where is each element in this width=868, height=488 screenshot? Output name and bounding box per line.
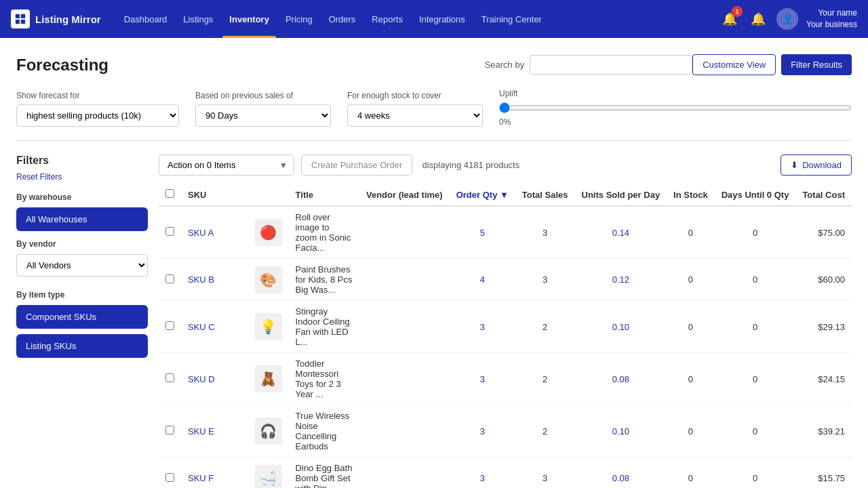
nav-listings[interactable]: Listings [176, 10, 220, 28]
units-sold-link[interactable]: 0.08 [612, 374, 629, 384]
vendor-label: By vendor [16, 239, 148, 249]
data-table: SKU Title Vendor (lead time) Order Qty ▼… [159, 184, 852, 488]
all-warehouses-button[interactable]: All Warehouses [16, 207, 148, 231]
sku-link[interactable]: SKU D [188, 374, 215, 384]
product-thumbnail: 🎧 [255, 418, 282, 445]
select-all-checkbox[interactable] [165, 189, 174, 198]
order-qty-link[interactable]: 3 [480, 322, 485, 332]
row-title: Paint Brushes for Kids, 8 Pcs Big Was... [289, 259, 359, 301]
search-input[interactable] [530, 55, 692, 75]
displaying-count: displaying 4181 products [422, 160, 519, 170]
row-total-sales: 3 [515, 458, 575, 489]
table-row: SKU A 🔴 Roll over image to zoom in Sonic… [159, 206, 852, 259]
row-total-sales: 3 [515, 259, 575, 301]
row-total-sales: 2 [515, 301, 575, 353]
nav-integrations[interactable]: Integrations [412, 10, 472, 28]
row-checkbox[interactable] [165, 321, 174, 330]
alerts-btn[interactable]: 🔔 [748, 9, 768, 29]
stock-cover-label: For enough stock to cover [347, 91, 483, 100]
order-qty-link[interactable]: 3 [480, 426, 485, 436]
row-in-stock: 0 [667, 405, 715, 458]
download-icon: ⬇ [791, 160, 798, 170]
brand-logo[interactable]: Listing Mirror [11, 9, 101, 28]
show-forecast-label: Show forecast for [16, 91, 179, 100]
table-row: SKU D 🧸 Toddler Montessori Toys for 2 3 … [159, 353, 852, 405]
stock-cover-select[interactable]: 1 week 2 weeks 3 weeks 4 weeks 6 weeks 8… [347, 104, 483, 127]
nav-orders[interactable]: Orders [322, 10, 363, 28]
brand-name: Listing Mirror [35, 14, 101, 25]
order-qty-link[interactable]: 3 [480, 473, 485, 483]
row-total-cost: $75.00 [795, 206, 852, 259]
col-total-sales: Total Sales [515, 184, 575, 206]
uplift-slider[interactable] [499, 102, 852, 113]
nav-inventory[interactable]: Inventory [222, 10, 276, 28]
col-order-qty[interactable]: Order Qty ▼ [450, 184, 515, 206]
brand-icon [11, 9, 30, 28]
nav-reports[interactable]: Reports [365, 10, 410, 28]
sidebar: Filters Reset Filters By warehouse All W… [16, 155, 159, 488]
nav-dashboard[interactable]: Dashboard [117, 10, 174, 28]
row-vendor [359, 301, 450, 353]
col-days-until: Days Until 0 Qty [715, 184, 796, 206]
col-image [248, 184, 289, 206]
row-title: Roll over image to zoom in Sonic Facia..… [289, 206, 359, 259]
units-sold-link[interactable]: 0.08 [612, 473, 629, 483]
sku-link[interactable]: SKU B [188, 274, 214, 285]
sku-link[interactable]: SKU F [188, 473, 214, 483]
svg-rect-3 [21, 20, 25, 24]
row-checkbox[interactable] [165, 373, 174, 382]
units-sold-link[interactable]: 0.10 [612, 426, 629, 436]
table-row: SKU B 🎨 Paint Brushes for Kids, 8 Pcs Bi… [159, 259, 852, 301]
table-row: SKU F 🛁 Dino Egg Bath Bomb Gift Set with… [159, 458, 852, 489]
row-days-until: 0 [715, 405, 796, 458]
order-qty-link[interactable]: 3 [480, 374, 485, 384]
order-qty-link[interactable]: 4 [480, 274, 485, 285]
action-select[interactable]: Action on 0 Items [159, 155, 294, 176]
nav-pricing[interactable]: Pricing [279, 10, 319, 28]
col-vendor: Vendor (lead time) [359, 184, 450, 206]
customize-view-button[interactable]: Customize View [692, 54, 776, 75]
download-button[interactable]: ⬇ Download [781, 155, 852, 176]
row-days-until: 0 [715, 259, 796, 301]
row-total-cost: $15.75 [795, 458, 852, 489]
filter-results-button[interactable]: Filter Results [781, 54, 852, 75]
row-title: Stingray Indoor Ceiling Fan with LED L..… [289, 301, 359, 353]
show-forecast-select[interactable]: highest selling products (10k) all produ… [16, 104, 179, 127]
row-title: Toddler Montessori Toys for 2 3 Year ... [289, 353, 359, 405]
uplift-label: Uplift [499, 89, 852, 98]
col-sku: SKU [181, 184, 248, 206]
user-name: Your name [806, 7, 857, 19]
order-qty-link[interactable]: 5 [480, 228, 485, 238]
row-vendor [359, 259, 450, 301]
vendor-select[interactable]: All Vendors [16, 254, 148, 277]
row-vendor [359, 405, 450, 458]
row-title: True Wireless Noise Cancelling Earbuds [289, 405, 359, 458]
units-sold-link[interactable]: 0.10 [612, 322, 629, 332]
row-checkbox[interactable] [165, 227, 174, 236]
units-sold-link[interactable]: 0.14 [612, 228, 629, 238]
row-checkbox[interactable] [165, 274, 174, 283]
row-vendor [359, 353, 450, 405]
row-total-cost: $24.15 [795, 353, 852, 405]
uplift-value: 0% [499, 117, 852, 127]
row-in-stock: 0 [667, 458, 715, 489]
reset-filters-link[interactable]: Reset Filters [16, 172, 148, 182]
page-content: Forecasting Search by Customize View Fil… [0, 38, 868, 488]
row-checkbox[interactable] [165, 473, 174, 482]
create-purchase-order-button[interactable]: Create Purchase Order [301, 155, 412, 176]
listing-skus-button[interactable]: Listing SKUs [16, 334, 148, 358]
nav-training[interactable]: Training Center [475, 10, 549, 28]
notifications-btn[interactable]: 🔔 1 [719, 9, 740, 29]
sku-link[interactable]: SKU C [188, 322, 215, 332]
stock-cover-group: For enough stock to cover 1 week 2 weeks… [347, 91, 483, 127]
component-skus-button[interactable]: Component SKUs [16, 305, 148, 329]
based-on-select[interactable]: 30 Days 60 Days 90 Days 120 Days 180 Day… [195, 104, 331, 127]
user-info: Your name Your business [806, 7, 857, 30]
nav-right: 🔔 1 🔔 👤 Your name Your business [719, 7, 857, 30]
sku-link[interactable]: SKU E [188, 426, 214, 436]
units-sold-link[interactable]: 0.12 [612, 274, 629, 285]
row-checkbox[interactable] [165, 426, 174, 434]
user-business: Your business [806, 19, 857, 30]
avatar: 👤 [776, 8, 798, 30]
sku-link[interactable]: SKU A [188, 228, 214, 238]
